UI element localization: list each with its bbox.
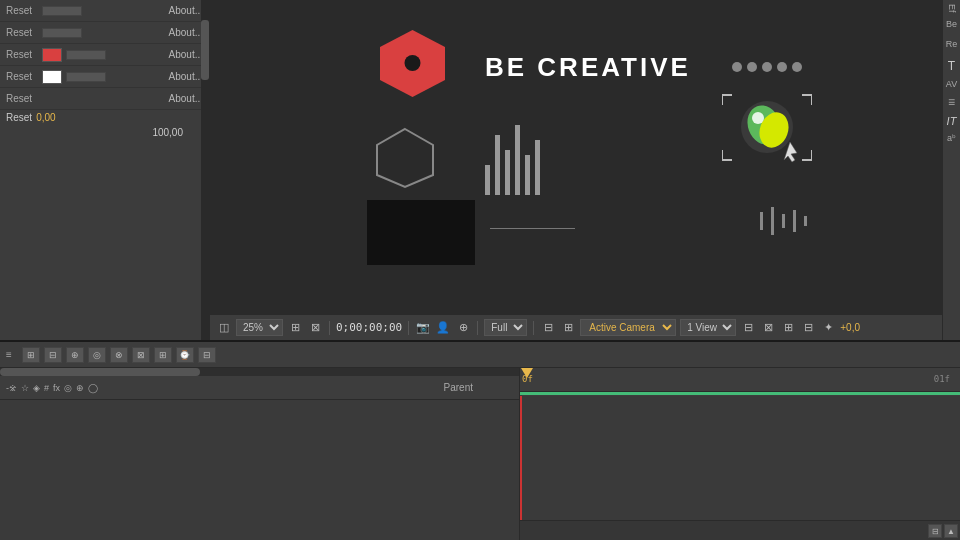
color-swatch-red[interactable] [42,48,62,62]
scale-icon[interactable]: ⊠ [307,320,323,336]
about-btn-5[interactable]: About... [169,93,203,104]
bar-2 [495,135,500,195]
layout-icon-3[interactable]: ⊞ [780,320,796,336]
h-scrollbar-thumb-left[interactable] [0,368,200,376]
av-btn[interactable]: AV [946,79,957,89]
grid-icon[interactable]: ⊞ [560,320,576,336]
quality-select[interactable]: Full [484,319,527,336]
blend-btn[interactable]: ◯ [88,383,98,393]
timeline-left: -※ ☆ ◈ # fx ◎ ⊕ ◯ Parent [0,368,520,540]
dark-rect [367,200,475,265]
svg-point-1 [405,55,421,71]
re-btn[interactable]: Re [945,39,959,53]
tl-icon-3[interactable]: ⊕ [66,347,84,363]
it-icon[interactable]: IT [947,115,957,127]
reset-btn-4[interactable]: Reset [6,71,38,82]
timeline-menu-icon[interactable]: ≡ [6,349,12,360]
value-100: 100,00 [152,127,203,138]
svg-marker-7 [784,142,797,162]
text-icon[interactable]: T [948,59,955,73]
be-creative-text: BE CREATIVE [485,52,691,82]
layout-icon-1[interactable]: ⊟ [740,320,756,336]
tl-icon-9[interactable]: ⊟ [198,347,216,363]
active-camera-select[interactable]: Active Camera [580,319,676,336]
time-display[interactable]: 0;00;00;00 [336,321,402,334]
layout-icon-4[interactable]: ⊟ [800,320,816,336]
layout-icon-2[interactable]: ⊠ [760,320,776,336]
region-icon[interactable]: ⊟ [540,320,556,336]
tl-icon-8[interactable]: ⌚ [176,347,194,363]
value-100-row: 100,00 [0,125,209,140]
person-icon[interactable]: 👤 [435,320,451,336]
effects-label[interactable]: Ef [947,4,957,13]
separator-2 [408,321,409,335]
layer-header-row: -※ ☆ ◈ # fx ◎ ⊕ ◯ Parent [0,376,519,400]
timeline-right: ⊟ ▲ 0f 01f ⊟ [520,368,960,540]
about-btn-2[interactable]: About... [169,27,203,38]
target-icon[interactable]: ⊕ [455,320,471,336]
reset-btn-1[interactable]: Reset [6,5,38,16]
about-btn-3[interactable]: About... [169,49,203,60]
timeline-content: -※ ☆ ◈ # fx ◎ ⊕ ◯ Parent ⊟ ▲ [0,368,960,540]
label-btn[interactable]: ◈ [33,383,40,393]
color-swatch-white[interactable] [42,70,62,84]
about-btn-1[interactable]: About... [169,5,203,16]
tl-icon-5[interactable]: ⊗ [110,347,128,363]
tl-icon-7[interactable]: ⊞ [154,347,172,363]
slider-4[interactable] [66,72,106,82]
vbar-5 [804,216,807,226]
vbar-2 [771,207,774,235]
reset-btn-5[interactable]: Reset [6,93,38,104]
camera-icon[interactable]: 📷 [415,320,431,336]
left-scrollbar[interactable] [201,0,209,340]
num-btn[interactable]: # [44,383,49,393]
h-scrollbar-left[interactable] [0,368,519,376]
snap-icon[interactable]: ◫ [216,320,232,336]
tl-icon-4[interactable]: ◎ [88,347,106,363]
main-area: Reset About... Reset About... Reset Abou… [0,0,960,340]
preview-canvas: BE CREATIVE [210,0,942,314]
tl-icon-6[interactable]: ⊠ [132,347,150,363]
hide-btn[interactable]: -※ [6,383,17,393]
horiz-line [490,228,575,229]
slider-3[interactable] [66,50,106,60]
lock-btn[interactable]: ☆ [21,383,29,393]
slider-1[interactable] [42,6,82,16]
reset-btn-3[interactable]: Reset [6,49,38,60]
tl-icon-2[interactable]: ⊟ [44,347,62,363]
red-playline [520,396,522,520]
parent-label: Parent [444,382,513,393]
playhead-head[interactable] [520,368,534,391]
reset-btn-6[interactable]: Reset [6,112,32,123]
plus-value: +0,0 [840,322,860,333]
super-btn[interactable]: aᵇ [947,133,956,143]
tl-icon-1[interactable]: ⊞ [22,347,40,363]
bottom-bars [760,198,807,243]
end-time-label: 01f [934,374,950,384]
be-creative-container: BE CREATIVE [485,52,691,83]
slider-2[interactable] [42,28,82,38]
scrollbar-thumb[interactable] [201,20,209,80]
timeline-toolbar: ≡ ⊞ ⊟ ⊕ ◎ ⊗ ⊠ ⊞ ⌚ ⊟ [0,342,960,368]
source-btn[interactable]: fx [53,383,60,393]
left-panel: Reset About... Reset About... Reset Abou… [0,0,210,340]
green-bar [520,392,960,395]
play-area [520,396,960,520]
view-select[interactable]: 1 View [680,319,736,336]
be-btn[interactable]: Be [945,19,959,33]
about-btn-4[interactable]: About... [169,71,203,82]
move-icon[interactable]: ✦ [820,320,836,336]
fit-icon[interactable]: ⊞ [287,320,303,336]
strip-icon-1[interactable]: ⊟ [928,524,942,538]
strip-icon-2[interactable]: ▲ [944,524,958,538]
quality-btn[interactable]: ◎ [64,383,72,393]
reset-btn-2[interactable]: Reset [6,27,38,38]
effect-row-3: Reset About... [0,44,209,66]
time-ruler: 0f 01f [520,368,960,392]
effects-btn[interactable]: ⊕ [76,383,84,393]
menu-lines-icon[interactable]: ≡ [948,95,955,109]
playhead-arrow [521,368,533,378]
svg-point-6 [752,112,764,124]
dots-row [732,62,802,72]
zoom-select[interactable]: 25% [236,319,283,336]
